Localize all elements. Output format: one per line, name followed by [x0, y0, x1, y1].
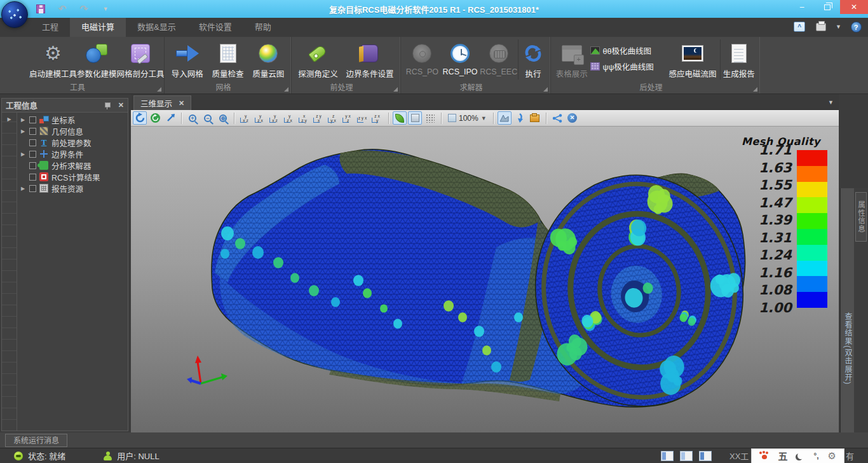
- generate-report-button[interactable]: 生成报告: [720, 39, 757, 79]
- tree-item-rcs-results[interactable]: RCS计算结果: [17, 171, 128, 183]
- expand-icon[interactable]: ▶: [20, 186, 26, 191]
- group-launcher-icon[interactable]: [393, 87, 398, 92]
- expand-icon[interactable]: ▶: [20, 117, 26, 123]
- grid-points-button[interactable]: [423, 111, 437, 125]
- group-launcher-icon[interactable]: [543, 87, 548, 92]
- tree-item-geometry-info[interactable]: ▶ 几何信息: [17, 125, 128, 137]
- pin-icon[interactable]: [104, 102, 111, 109]
- close-view-button[interactable]: ✕: [566, 111, 580, 125]
- checkbox[interactable]: [29, 151, 36, 158]
- zoom-out-button[interactable]: −: [201, 111, 215, 125]
- ime-settings-gear-icon[interactable]: ⚙: [828, 450, 836, 462]
- launch-modeling-tool-button[interactable]: ⚙ 启动建模工具: [29, 39, 77, 79]
- pan-view-button[interactable]: [163, 111, 177, 125]
- tag-icon: [308, 45, 327, 63]
- view-preset-button[interactable]: z x y: [370, 111, 384, 125]
- import-mesh-button[interactable]: 导入网格: [167, 39, 208, 79]
- execute-button[interactable]: 执行: [518, 39, 548, 79]
- restore-button[interactable]: [815, 0, 840, 14]
- checkbox[interactable]: [29, 162, 36, 169]
- checkbox[interactable]: [29, 174, 36, 181]
- tree-item-analysis-solver[interactable]: 分析求解器: [17, 160, 128, 171]
- plane-display-button[interactable]: [408, 111, 422, 125]
- view-preset-button[interactable]: y z x: [282, 111, 297, 125]
- tree-item-report-resources[interactable]: ▶ 报告资源: [17, 183, 128, 194]
- ribbon-group-solver: RCS_PO RCS_IPO RCS_EEC 执行 求解器: [400, 37, 550, 93]
- layout-left-panel-button[interactable]: [661, 451, 674, 461]
- menu-tab-project[interactable]: 工程: [31, 18, 70, 37]
- print-dropdown-button[interactable]: ▼: [836, 24, 841, 30]
- view-preset-button[interactable]: z y x: [311, 111, 326, 125]
- help-button[interactable]: ?: [849, 20, 863, 33]
- checkbox[interactable]: [29, 185, 36, 192]
- ribbon-group-mesh: 导入网格 质量检查 质量云图 网格: [164, 37, 291, 93]
- rcs-ipo-button[interactable]: RCS_IPO: [441, 39, 480, 76]
- viewport-3d[interactable]: Mesh Quality 1.711.631.551.471.391.311.2…: [131, 127, 839, 432]
- view-preset-button[interactable]: z y x: [355, 111, 370, 125]
- shaded-render-button[interactable]: [393, 111, 407, 125]
- minimize-button[interactable]: –: [789, 0, 815, 14]
- rotate-view-button[interactable]: [133, 111, 147, 125]
- ime-punctuation-button[interactable]: °,: [813, 452, 818, 460]
- tree-item-boundary-conditions[interactable]: ▶ 边界条件: [17, 148, 128, 160]
- legend-band: [797, 150, 827, 166]
- checkbox[interactable]: [29, 128, 36, 135]
- tree-item-preprocess-params[interactable]: T 前处理参数: [17, 137, 128, 148]
- zoom-dropdown-icon[interactable]: ▼: [481, 115, 487, 121]
- view-preset-button[interactable]: x z y: [297, 111, 311, 125]
- refresh-view-button[interactable]: [148, 111, 162, 125]
- layout-split-button[interactable]: [680, 451, 693, 461]
- tab-close-icon[interactable]: ✕: [179, 99, 184, 107]
- quality-check-button[interactable]: 质量检查: [208, 39, 248, 79]
- view-preset-button[interactable]: y x z: [341, 111, 355, 125]
- share-view-button[interactable]: [550, 111, 564, 125]
- tab-3d-display[interactable]: 三维显示 ✕: [133, 95, 191, 110]
- quality-cloudmap-button[interactable]: 质量云图: [248, 39, 288, 79]
- boundary-settings-button[interactable]: 边界条件设置: [342, 39, 398, 79]
- group-launcher-icon[interactable]: [157, 87, 161, 92]
- expand-icon[interactable]: ▶: [20, 128, 26, 134]
- import-view-button[interactable]: [513, 111, 527, 125]
- mesh-partition-tool-button[interactable]: 网格剖分工具: [117, 39, 165, 79]
- gutter-expand-icon[interactable]: ▶: [2, 113, 17, 122]
- app-logo-icon[interactable]: [1, 1, 28, 28]
- region-select-button[interactable]: [498, 111, 512, 125]
- probe-angle-button[interactable]: 探测角定义: [294, 39, 342, 79]
- induced-current-map-button[interactable]: 感应电磁流图: [665, 39, 719, 79]
- tab-list-dropdown-icon[interactable]: ▼: [828, 99, 834, 106]
- zoom-fit-button[interactable]: ⊕: [216, 111, 230, 125]
- zoom-in-button[interactable]: +: [186, 111, 200, 125]
- view-preset-button[interactable]: y x z: [238, 111, 253, 125]
- view-preset-button[interactable]: z y x: [326, 111, 341, 125]
- ime-wubi-button[interactable]: 五: [778, 449, 787, 462]
- ime-toolbar[interactable]: 五 °, ⚙: [751, 448, 844, 463]
- results-sidebar[interactable]: 查看结果(双击展开): [840, 188, 854, 463]
- close-button[interactable]: ✕: [840, 0, 868, 14]
- group-launcher-icon[interactable]: [284, 87, 288, 92]
- view-preset-button[interactable]: y z x: [253, 111, 268, 125]
- snapshot-button[interactable]: [528, 111, 542, 125]
- checkbox[interactable]: [29, 116, 36, 123]
- system-messages-tab[interactable]: 系统运行消息: [5, 434, 67, 447]
- view-preset-button[interactable]: y x z: [268, 111, 282, 125]
- properties-strip: 属性信息: [854, 188, 868, 463]
- menu-tab-data-display[interactable]: 数据&显示: [126, 18, 187, 37]
- baidu-paw-icon[interactable]: [759, 452, 769, 460]
- properties-tab[interactable]: 属性信息: [855, 192, 867, 242]
- menu-tab-help[interactable]: 帮助: [243, 18, 283, 37]
- layout-bottom-panel-button[interactable]: [699, 451, 712, 461]
- expand-icon[interactable]: ▶: [20, 151, 26, 157]
- panel-close-icon[interactable]: ✕: [118, 101, 124, 109]
- group-launcher-icon[interactable]: [753, 87, 757, 92]
- parametric-modeling-button[interactable]: 参数化建模: [77, 39, 117, 79]
- print-button[interactable]: [814, 20, 828, 33]
- psi-polarization-curve-button[interactable]: ψψ极化曲线图: [590, 60, 666, 73]
- menu-tab-em-compute[interactable]: 电磁计算: [70, 18, 126, 37]
- theta-polarization-curve-button[interactable]: θθ极化曲线图: [590, 45, 666, 57]
- menu-tab-settings[interactable]: 软件设置: [187, 18, 243, 37]
- checkbox[interactable]: [29, 139, 36, 146]
- tree-item-coordinate-system[interactable]: ▶ 坐标系: [17, 114, 128, 125]
- zoom-level-control[interactable]: 100% ▼: [445, 114, 489, 123]
- moon-icon[interactable]: [797, 452, 804, 459]
- collapse-ribbon-button[interactable]: ^: [792, 20, 806, 33]
